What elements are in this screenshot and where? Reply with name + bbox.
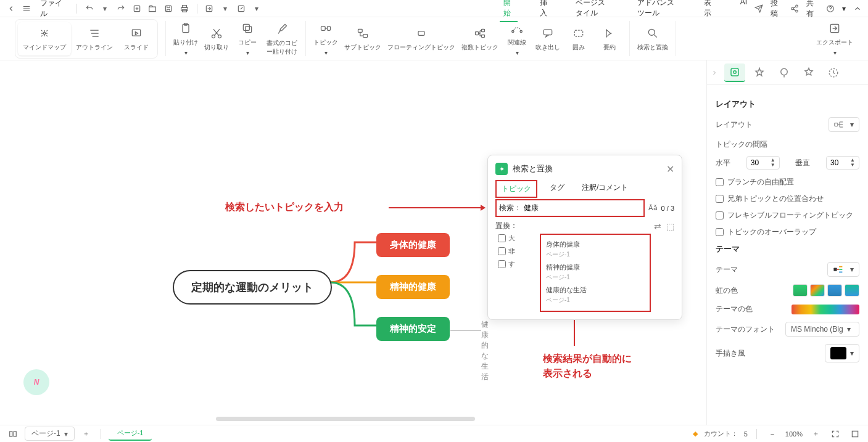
dialog-tab-tag[interactable]: タグ bbox=[545, 180, 569, 198]
redo-icon[interactable] bbox=[115, 2, 127, 15]
hand-color-select[interactable]: ▾ bbox=[825, 344, 859, 362]
multiple-button[interactable]: 複数トピック bbox=[461, 26, 498, 52]
copy-button[interactable]: コピー▾ bbox=[235, 21, 260, 56]
topic-button[interactable]: トピック▾ bbox=[313, 21, 338, 56]
chk-flex-floating[interactable]: フレキシブルフローティングトピック bbox=[716, 210, 859, 221]
view-slide[interactable]: スライド bbox=[118, 22, 155, 55]
subtopic-button[interactable]: サブトピック bbox=[344, 26, 381, 52]
new-icon[interactable] bbox=[131, 2, 143, 15]
replace-all-icon[interactable]: ⬚ bbox=[666, 221, 674, 231]
child-topic-2[interactable]: 精神的健康 bbox=[376, 275, 450, 299]
zoom-out-icon[interactable]: − bbox=[766, 427, 779, 441]
ai-avatar[interactable]: N bbox=[23, 369, 49, 395]
help-icon[interactable] bbox=[825, 2, 836, 15]
undo-icon[interactable] bbox=[83, 2, 96, 15]
floating-button[interactable]: フローティングトピック bbox=[387, 26, 455, 52]
theme-color-bar[interactable] bbox=[792, 305, 859, 314]
cut-button[interactable]: 切り取り bbox=[204, 26, 229, 52]
share-net-icon[interactable] bbox=[789, 2, 800, 15]
pages-icon[interactable] bbox=[6, 427, 20, 441]
chevron-down-icon[interactable]: ▾ bbox=[250, 2, 263, 15]
result-item[interactable]: 健康的な生活 bbox=[546, 284, 645, 296]
layout-select[interactable]: ▾ bbox=[829, 117, 859, 132]
collapse-right-icon[interactable] bbox=[711, 69, 718, 76]
edit-icon[interactable] bbox=[235, 2, 247, 15]
fullscreen-icon[interactable] bbox=[848, 427, 862, 441]
search-input[interactable] bbox=[524, 204, 641, 213]
horizontal-scrollbar[interactable] bbox=[216, 417, 475, 421]
panel-tab-layout-icon[interactable] bbox=[724, 63, 745, 82]
format-paste-button[interactable]: 書式のコピー貼り付け bbox=[266, 22, 298, 56]
print-icon[interactable] bbox=[178, 2, 191, 15]
file-menu[interactable]: ファイル bbox=[36, 0, 70, 22]
relation-button[interactable]: 関連線▾ bbox=[505, 21, 529, 56]
result-item[interactable]: 精神的健康 bbox=[546, 261, 645, 273]
panel-tab-history-icon[interactable] bbox=[823, 63, 844, 82]
page-tab[interactable]: ページ-1 bbox=[109, 427, 152, 441]
collapse-up-icon[interactable] bbox=[852, 2, 863, 15]
share-label[interactable]: 共有 bbox=[806, 0, 819, 19]
root-topic[interactable]: 定期的な運動のメリット bbox=[173, 270, 332, 305]
cut-icon bbox=[209, 26, 224, 41]
search-replace-button[interactable]: 検索と置換 bbox=[637, 26, 668, 52]
view-outline[interactable]: アウトライン bbox=[71, 22, 118, 55]
grandchild-topic[interactable]: 健康的な生活 bbox=[481, 319, 489, 382]
child-topic-1[interactable]: 身体的健康 bbox=[376, 233, 450, 257]
paste-button[interactable]: 貼り付け▾ bbox=[173, 21, 198, 56]
tab-advanced[interactable]: アドバンスツール bbox=[634, 0, 682, 22]
h-spacing-input[interactable]: ▲▼ bbox=[746, 156, 780, 170]
export-button[interactable]: エクスポート▾ bbox=[816, 21, 853, 56]
tab-start[interactable]: 開始 bbox=[500, 0, 518, 22]
result-page: ページ-1 bbox=[546, 273, 645, 284]
search-replace-dialog: ✦ 検索と置換 ✕ トピック タグ 注釈/コメント 検索： Ǎǎ 0 / 3 置… bbox=[487, 155, 682, 320]
share-icon[interactable] bbox=[203, 2, 215, 15]
back-icon[interactable] bbox=[5, 2, 17, 15]
v-spacing-input[interactable]: ▲▼ bbox=[826, 156, 859, 170]
page-select[interactable]: ページ-1 ▾ bbox=[25, 427, 75, 441]
chevron-down-icon[interactable]: ▾ bbox=[219, 2, 231, 15]
zoom-in-icon[interactable]: ＋ bbox=[809, 427, 822, 441]
post-label[interactable]: 投稿 bbox=[771, 0, 783, 19]
chk-all[interactable]: す bbox=[498, 260, 515, 269]
panel-tab-style-icon[interactable] bbox=[749, 63, 770, 82]
chk-sibling-align[interactable]: 兄弟トピックとの位置合わせ bbox=[716, 194, 859, 204]
tab-ai[interactable]: AI bbox=[737, 0, 751, 22]
count-value: 5 bbox=[744, 430, 748, 438]
canvas[interactable]: 定期的な運動のメリット 身体的健康 精神的健康 精神的安定 健康的な生活 検索し… bbox=[0, 60, 706, 425]
subtopic-icon bbox=[355, 26, 370, 41]
dialog-tab-note[interactable]: 注釈/コメント bbox=[577, 180, 633, 198]
callout-button[interactable]: 吹き出し bbox=[535, 26, 560, 52]
panel-tab-icon-icon[interactable] bbox=[798, 63, 819, 82]
add-page-icon[interactable]: ＋ bbox=[80, 427, 93, 441]
view-mindmap[interactable]: マインドマップ bbox=[18, 22, 71, 55]
boundary-button[interactable]: 囲み bbox=[566, 26, 591, 52]
chk-free-branch[interactable]: ブランチの自由配置 bbox=[716, 177, 859, 187]
result-item[interactable]: 身体的健康 bbox=[546, 239, 645, 250]
dialog-tab-topic[interactable]: トピック bbox=[495, 180, 537, 198]
chk-case[interactable]: 大 bbox=[498, 234, 515, 243]
theme-select[interactable]: ▾ bbox=[827, 262, 859, 277]
fit-icon[interactable] bbox=[829, 427, 842, 441]
chk-hide[interactable]: 非 bbox=[498, 247, 515, 256]
count-icon: ◆ bbox=[693, 430, 698, 438]
svg-rect-30 bbox=[574, 30, 582, 36]
hamburger-icon[interactable] bbox=[21, 2, 33, 15]
chk-overlap[interactable]: トピックのオーバーラップ bbox=[716, 227, 859, 237]
save-icon[interactable] bbox=[162, 2, 175, 15]
open-icon[interactable] bbox=[147, 2, 159, 15]
rainbow-swatches[interactable] bbox=[793, 284, 859, 297]
chevron-down-icon[interactable]: ▾ bbox=[99, 2, 112, 15]
result-page: ページ-1 bbox=[546, 250, 645, 261]
tab-pagestyle[interactable]: ページスタイル bbox=[572, 0, 615, 22]
tab-view[interactable]: 表示 bbox=[700, 0, 718, 22]
replace-one-icon[interactable]: ⇄ bbox=[654, 221, 661, 231]
brush-icon bbox=[275, 22, 289, 36]
close-icon[interactable]: ✕ bbox=[666, 163, 674, 175]
send-icon[interactable] bbox=[753, 2, 764, 15]
theme-font-select[interactable]: MS Mincho (Big ▾ bbox=[785, 322, 859, 337]
tab-insert[interactable]: 挿入 bbox=[536, 0, 554, 22]
panel-tab-mark-icon[interactable] bbox=[774, 63, 795, 82]
case-toggle-icon[interactable]: Ǎǎ bbox=[648, 204, 658, 212]
summary-button[interactable]: 要約 bbox=[597, 26, 622, 52]
child-topic-3[interactable]: 精神的安定 bbox=[376, 317, 450, 341]
